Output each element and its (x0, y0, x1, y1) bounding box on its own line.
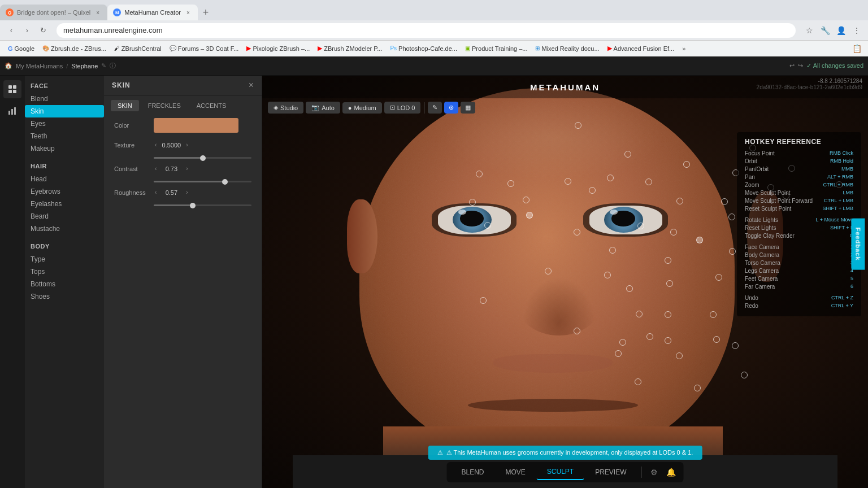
breadcrumb-root: My MetaHumans (16, 63, 63, 69)
reload-button[interactable]: ↻ (36, 24, 50, 37)
contrast-dec-button[interactable]: ‹ (154, 164, 158, 173)
hotkey-focus: Focus Point RMB Click (745, 150, 853, 156)
sculpt-mode-button[interactable]: ⊛ (444, 102, 458, 114)
texture-slider[interactable] (154, 157, 251, 159)
nav-item-makeup[interactable]: Makeup (25, 142, 104, 155)
blend-button[interactable]: BLEND (451, 465, 494, 480)
sculpt-button[interactable]: SCULPT (537, 464, 584, 480)
bookmark-pixologic-favicon: ▶ (246, 45, 251, 52)
sidebar-icon-view[interactable] (3, 80, 21, 98)
skin-tab-accents[interactable]: ACCENTS (190, 100, 233, 111)
roughness-inc-button[interactable]: › (185, 188, 189, 197)
hotkey-undo: Undo CTRL + Z (745, 295, 853, 301)
nav-item-type[interactable]: Type (25, 253, 104, 265)
bookmark-advanced-fusion[interactable]: ▶ Advanced Fusion Ef... (604, 43, 678, 53)
nav-item-tops[interactable]: Tops (25, 265, 104, 278)
roughness-dec-button[interactable]: ‹ (154, 188, 158, 197)
bookmark-pixologic[interactable]: ▶ Pixologic ZBrush –... (243, 43, 313, 53)
contrast-slider[interactable] (154, 181, 251, 182)
bookmark-zmodeler[interactable]: ▶ ZBrush ZModeler P... (314, 43, 385, 53)
bookmark-zbrush-label: Zbrush.de - ZBrus... (51, 45, 106, 52)
breadcrumb-edit-icon[interactable]: ✎ (101, 62, 106, 69)
profile-icon[interactable]: 👤 (834, 24, 848, 37)
color-swatch[interactable] (154, 118, 238, 133)
skin-tab-freckles[interactable]: FRECKLES (141, 100, 188, 111)
contrast-thumb[interactable] (222, 179, 228, 185)
bookmark-photoshop[interactable]: Ps Photoshop-Cafe.de... (387, 44, 461, 53)
settings-icon[interactable]: ⚙ (646, 464, 662, 480)
sidebar-icons (0, 76, 25, 488)
auto-button[interactable]: 📷 Auto (306, 102, 340, 114)
nav-item-skin[interactable]: Skin (25, 105, 104, 117)
skin-tab-skin[interactable]: SKIN (111, 100, 139, 111)
menu-icon[interactable]: ⋮ (850, 24, 863, 37)
bookmark-zmodeler-label: ZBrush ZModeler P... (324, 45, 382, 52)
new-tab-button[interactable]: + (198, 5, 214, 20)
tab-close-quixel[interactable]: × (94, 8, 102, 16)
medium-button[interactable]: ● Medium (342, 102, 382, 114)
extensions-icon[interactable]: 🔧 (818, 24, 832, 37)
bookmarks-more[interactable]: » (679, 44, 689, 53)
address-input[interactable] (57, 23, 796, 38)
grid-button[interactable]: ▦ (461, 102, 475, 114)
tab-close-metahuman[interactable]: × (184, 8, 192, 16)
face-section-header: FACE (25, 76, 104, 93)
preview-button[interactable]: PREVIEW (585, 465, 636, 480)
nav-item-mustache[interactable]: Mustache (25, 223, 104, 235)
nav-item-eyes[interactable]: Eyes (25, 117, 104, 130)
nav-item-beard[interactable]: Beard (25, 210, 104, 223)
pencil-button[interactable]: ✎ (428, 102, 442, 114)
skin-panel: SKIN × SKIN FRECKLES ACCENTS Color Textu… (104, 76, 262, 488)
contrast-fill (154, 181, 225, 182)
right-eye-iris (604, 207, 643, 233)
bookmark-zbrushcentral-label: ZBrushCentral (121, 45, 162, 52)
texture-dec-button[interactable]: ‹ (154, 141, 158, 149)
nav-item-eyebrows[interactable]: Eyebrows (25, 185, 104, 198)
roughness-thumb[interactable] (190, 203, 196, 208)
back-button[interactable]: ‹ (5, 24, 18, 37)
texture-row: Texture ‹ 0.5000 › (114, 141, 251, 149)
nav-item-head[interactable]: Head (25, 173, 104, 185)
nav-item-bottoms[interactable]: Bottoms (25, 278, 104, 290)
contrast-value: 0.73 (161, 165, 181, 172)
bookmark-zbrushcentral[interactable]: 🖌 ZBrushCentral (111, 44, 165, 53)
reading-list-icon[interactable]: 📋 (850, 42, 863, 55)
texture-inc-button[interactable]: › (185, 141, 189, 149)
texture-slider-row (114, 157, 251, 164)
bookmark-forums[interactable]: 💬 Forums – 3D Coat F... (166, 44, 242, 53)
bookmark-mixed-reality-label: Mixed Reality docu... (541, 45, 599, 52)
lod-icon: ⊡ (390, 104, 395, 111)
texture-thumb[interactable] (200, 155, 206, 161)
nav-item-eyelashes[interactable]: Eyelashes (25, 198, 104, 210)
body-section-header: BODY (25, 235, 104, 253)
svg-rect-5 (11, 109, 13, 115)
changes-saved: ✓ All changes saved (806, 62, 863, 69)
nav-item-blend[interactable]: Blend (25, 93, 104, 105)
color-row: Color (114, 118, 251, 133)
share-icon[interactable]: 🔔 (663, 464, 679, 480)
sidebar-icon-chart[interactable] (3, 102, 21, 120)
bookmark-product-training[interactable]: ▣ Product Training –... (462, 44, 531, 53)
tab-metahuman[interactable]: M MetaHuman Creator × (107, 5, 198, 20)
forward-button[interactable]: › (20, 24, 34, 37)
bookmark-mixed-reality[interactable]: ⊞ Mixed Reality docu... (532, 44, 602, 53)
roughness-slider-container: ‹ 0.57 › (154, 188, 251, 197)
address-bar-right: ☆ 🔧 👤 ⋮ (802, 24, 863, 37)
breadcrumb-info-icon[interactable]: ⓘ (110, 62, 116, 70)
contrast-inc-button[interactable]: › (185, 164, 189, 173)
tab-quixel[interactable]: Q Bridge dont open! – Quixel × (0, 5, 107, 20)
bookmark-zbrush-favicon: 🎨 (42, 45, 49, 51)
redo-icon[interactable]: ↪ (798, 62, 803, 69)
undo-icon[interactable]: ↩ (789, 62, 795, 69)
skin-panel-close-button[interactable]: × (249, 80, 254, 90)
feedback-tab[interactable]: Feedback (852, 219, 865, 270)
roughness-slider[interactable] (154, 204, 251, 206)
move-button[interactable]: MOVE (495, 465, 535, 480)
bookmark-google[interactable]: G Google (5, 44, 38, 53)
lod-button[interactable]: ⊡ LOD 0 (384, 102, 421, 114)
nav-item-teeth[interactable]: Teeth (25, 130, 104, 142)
studio-button[interactable]: ◈ Studio (268, 102, 303, 114)
bookmark-star-icon[interactable]: ☆ (802, 24, 816, 37)
bookmark-zbrush[interactable]: 🎨 Zbrush.de - ZBrus... (39, 44, 110, 53)
nav-item-shoes[interactable]: Shoes (25, 290, 104, 303)
